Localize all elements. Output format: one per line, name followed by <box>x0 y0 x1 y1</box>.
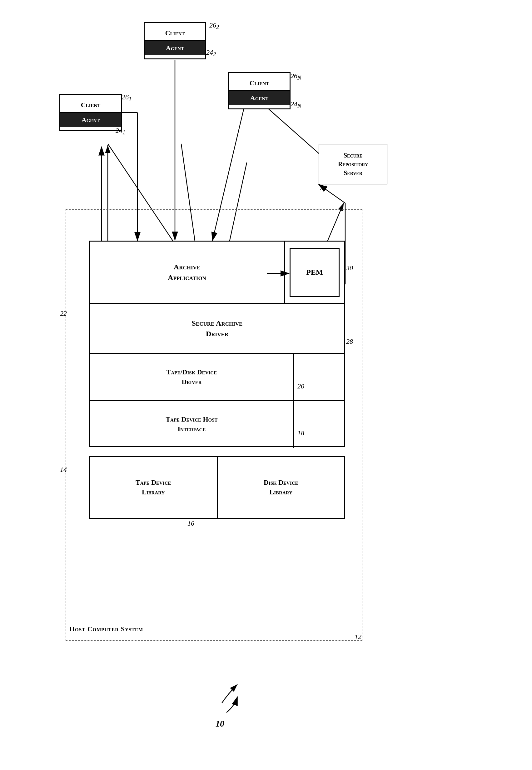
ref-26-1: 261 <box>122 93 132 102</box>
ref-30: 30 <box>346 264 353 272</box>
figure-number: 10 <box>216 719 224 729</box>
ref-18-area: 18 <box>294 401 344 448</box>
tape-library-box: Tape DeviceLibrary <box>90 457 218 518</box>
secure-repo-box: SecureRepositoryServer <box>319 144 387 184</box>
ref-24-1: 241 <box>116 127 125 136</box>
client2-agent-label: Agent <box>164 43 186 53</box>
ref-24-n: 24N <box>291 100 301 109</box>
ref-22: 22 <box>60 309 67 317</box>
tape-device-host-box: Tape Device HostInterface <box>90 401 294 448</box>
ref-24-2: 242 <box>206 48 216 58</box>
ref-26-2: 262 <box>209 21 219 31</box>
disk-library-box: Disk DeviceLibrary <box>218 457 345 518</box>
tape-device-host-label: Tape Device HostInterface <box>164 414 219 435</box>
pem-box: PEM <box>290 248 340 297</box>
ref-32: 32 <box>320 184 327 192</box>
ref-28: 28 <box>346 337 353 345</box>
client1-agent-label: Agent <box>80 115 102 125</box>
device-libraries-box: Tape DeviceLibrary Disk DeviceLibrary <box>89 456 345 519</box>
ref-26-n: 26N <box>291 72 301 81</box>
tape-disk-driver-label: Tape/Disk DeviceDriver <box>165 366 219 388</box>
clientN-label: Client <box>248 78 271 88</box>
clientN-agent-label: Agent <box>248 93 270 103</box>
tape-disk-driver-section: Tape/Disk DeviceDriver 20 <box>90 354 344 401</box>
tape-disk-driver-box: Tape/Disk DeviceDriver <box>90 354 294 400</box>
pem-label: PEM <box>304 266 325 278</box>
ref-20-area: 20 <box>294 354 344 400</box>
client1-box: Client Agent <box>59 94 122 131</box>
secure-repo-label: SecureRepositoryServer <box>336 150 370 178</box>
clientN-box: Client Agent <box>228 72 291 109</box>
archive-app-section: ArchiveApplication PEM <box>90 241 344 304</box>
tape-library-label: Tape DeviceLibrary <box>134 477 173 499</box>
archive-app-box: ArchiveApplication <box>90 241 285 303</box>
ref-14: 14 <box>60 466 67 474</box>
disk-library-label: Disk DeviceLibrary <box>262 477 300 499</box>
diagram-container: Client Agent 262 242 Client Agent 26N 24… <box>47 9 484 744</box>
client2-label: Client <box>163 28 187 38</box>
secure-archive-driver-label: Secure ArchiveDriver <box>190 317 245 340</box>
ref-18: 18 <box>297 429 304 437</box>
client1-label: Client <box>79 100 102 110</box>
tape-device-host-section: Tape Device HostInterface 18 <box>90 401 344 448</box>
ref-16: 16 <box>187 519 194 528</box>
ref-20: 20 <box>297 382 304 390</box>
ref-12: 12 <box>355 633 361 641</box>
host-computer-label: Host Computer System <box>69 625 143 633</box>
client2-box: Client Agent <box>144 22 206 59</box>
secure-archive-driver-section: Secure ArchiveDriver <box>90 304 344 354</box>
archive-app-label: ArchiveApplication <box>166 261 208 284</box>
main-inner-box: ArchiveApplication PEM Secure ArchiveDri… <box>89 241 345 447</box>
